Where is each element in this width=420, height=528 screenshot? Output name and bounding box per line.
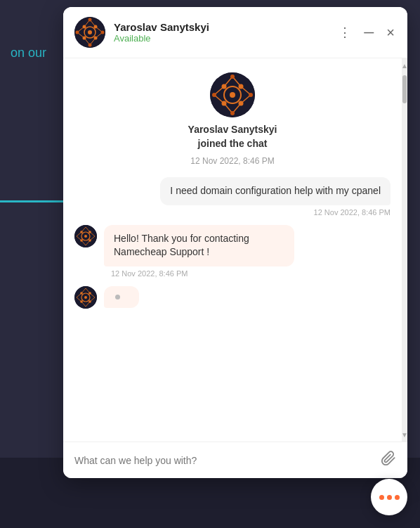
scroll-track[interactable]: ▲ ▼: [402, 58, 407, 442]
minimize-button[interactable]: —: [362, 25, 375, 39]
svg-point-32: [222, 101, 227, 106]
svg-point-67: [88, 300, 91, 303]
close-icon: ×: [386, 25, 395, 41]
svg-point-18: [101, 31, 105, 34]
header-actions: ⋮ — ×: [337, 23, 396, 42]
minimize-icon: —: [364, 27, 374, 38]
fab-dot-3: [395, 495, 400, 500]
svg-point-65: [88, 292, 91, 295]
chat-input[interactable]: [74, 455, 374, 466]
svg-point-36: [212, 93, 216, 97]
join-notice: Yaroslav Sanytskyi joined the chat 12 No…: [74, 72, 391, 169]
message-group-2: Hello! Thank you for contacting Namechea…: [74, 225, 391, 278]
agent-info: Yaroslav Sanytskyi Available: [114, 21, 337, 44]
agent-message-time: 12 Nov 2022, 8:46 PM: [111, 269, 188, 278]
chat-body-wrapper: Yaroslav Sanytskyi joined the chat 12 No…: [63, 58, 407, 442]
svg-point-51: [80, 239, 83, 242]
agent-status: Available: [114, 33, 337, 44]
svg-point-52: [88, 239, 91, 242]
svg-point-64: [80, 292, 83, 295]
agent-avatar-header: [74, 17, 105, 48]
svg-point-34: [230, 75, 235, 79]
fab-dot-2: [387, 495, 392, 500]
svg-point-15: [88, 18, 92, 22]
svg-point-11: [83, 25, 86, 29]
scroll-down-arrow[interactable]: ▼: [402, 427, 407, 442]
svg-point-14: [94, 37, 98, 40]
typing-dot-1: [115, 295, 120, 300]
svg-point-50: [88, 231, 91, 233]
more-icon: ⋮: [339, 25, 351, 40]
fab-dot-1: [379, 495, 384, 500]
more-menu-button[interactable]: ⋮: [337, 23, 353, 41]
agent-name-header: Yaroslav Sanytskyi: [114, 21, 337, 33]
svg-point-13: [83, 37, 86, 40]
svg-point-12: [94, 25, 98, 29]
join-text: Yaroslav Sanytskyi joined the chat: [188, 123, 277, 150]
bg-text-top: on our: [0, 39, 57, 67]
user-message-time: 12 Nov 2022, 8:46 PM: [314, 208, 391, 217]
user-message-bubble: I need domain configuration help with my…: [160, 177, 391, 205]
svg-point-66: [80, 300, 83, 303]
svg-point-37: [249, 93, 253, 97]
svg-point-2: [88, 30, 92, 34]
chat-widget: Yaroslav Sanytskyi Available ⋮ — ×: [63, 7, 407, 478]
chat-input-area: [63, 442, 407, 478]
chat-header: Yaroslav Sanytskyi Available ⋮ — ×: [63, 7, 407, 58]
typing-bubble: [104, 286, 139, 308]
fab-button[interactable]: [371, 479, 407, 515]
svg-point-49: [80, 231, 83, 233]
paperclip-icon: [381, 451, 396, 470]
typing-indicator-row: [74, 286, 391, 309]
svg-point-35: [230, 111, 235, 115]
svg-point-33: [239, 101, 244, 106]
agent-message-row: Hello! Thank you for contacting Namechea…: [74, 225, 391, 266]
agent-avatar-message: [74, 225, 97, 247]
scroll-up-arrow[interactable]: ▲: [402, 58, 407, 72]
close-button[interactable]: ×: [385, 23, 396, 42]
svg-point-17: [76, 31, 79, 34]
fab-dots: [379, 495, 400, 500]
svg-point-55: [84, 296, 87, 299]
join-time: 12 Nov 2022, 8:46 PM: [190, 156, 274, 166]
svg-point-30: [222, 84, 227, 89]
agent-message-bubble: Hello! Thank you for contacting Namechea…: [104, 225, 294, 266]
agent-bubble-col: Hello! Thank you for contacting Namechea…: [104, 225, 357, 266]
agent-avatar-typing: [74, 286, 97, 309]
svg-point-16: [88, 44, 92, 47]
join-avatar: [210, 72, 255, 117]
message-group-1: I need domain configuration help with my…: [74, 177, 391, 217]
attach-button[interactable]: [381, 451, 396, 470]
scroll-thumb[interactable]: [402, 75, 407, 103]
svg-point-40: [84, 235, 87, 238]
svg-point-31: [239, 84, 244, 89]
svg-point-21: [230, 92, 235, 98]
chat-messages: Yaroslav Sanytskyi joined the chat 12 No…: [63, 58, 402, 442]
